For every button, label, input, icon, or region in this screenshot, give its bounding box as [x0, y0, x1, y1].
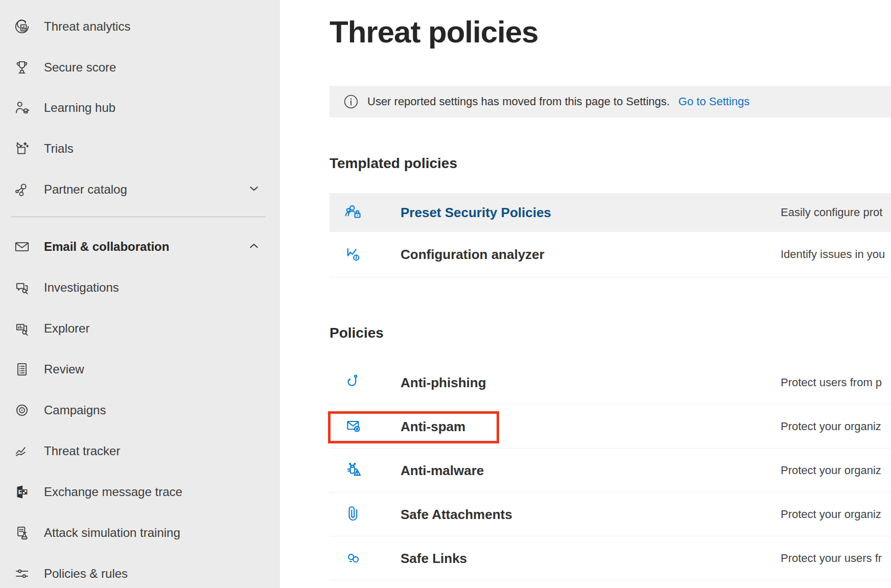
- safe-attachments-icon: [343, 504, 365, 525]
- chevron-down-icon[interactable]: [248, 183, 260, 196]
- sidebar-item-attack-simulation-training[interactable]: Attack simulation training: [0, 512, 280, 553]
- configuration-analyzer-icon: [343, 244, 365, 265]
- policy-row-preset-security-policies[interactable]: Preset Security Policies Easily configur…: [330, 193, 891, 232]
- anti-phishing-icon: [343, 372, 365, 393]
- sidebar-item-policies-rules[interactable]: Policies & rules: [0, 553, 280, 588]
- sidebar-item-label: Investigations: [44, 280, 119, 295]
- banner-message: User reported settings has moved from th…: [367, 95, 670, 108]
- left-navigation-sidebar: Threat analytics Secure score Learning h…: [0, 0, 280, 588]
- policy-row-label: Safe Links: [401, 550, 467, 566]
- policy-row-description: Protect your organiz: [781, 508, 881, 521]
- sidebar-item-label: Explorer: [44, 321, 89, 336]
- page-title: Threat policies: [330, 14, 538, 50]
- info-icon: [343, 94, 359, 109]
- go-to-settings-link[interactable]: Go to Settings: [678, 95, 749, 108]
- policy-row-label: Anti-malware: [401, 462, 484, 478]
- attack-simulation-training-icon: [12, 524, 32, 542]
- policies-rules-icon: [12, 565, 32, 582]
- policy-row-anti-malware[interactable]: Anti-malware Protect your organiz: [330, 449, 891, 492]
- sidebar-item-label: Review: [44, 362, 84, 377]
- policy-row-label: Preset Security Policies: [401, 205, 551, 221]
- policy-row-description: Protect your organiz: [781, 420, 881, 433]
- sidebar-item-explorer[interactable]: Explorer: [0, 308, 280, 349]
- anti-malware-icon: [343, 460, 365, 481]
- threat-analytics-icon: [12, 18, 32, 35]
- svg-text:E: E: [18, 488, 22, 495]
- campaigns-icon: [12, 402, 32, 419]
- policy-row-description: Protect your users fr: [781, 552, 882, 565]
- main-content: Threat policies User reported settings h…: [280, 0, 891, 588]
- sidebar-item-learning-hub[interactable]: Learning hub: [0, 87, 280, 128]
- sidebar-item-label: Threat analytics: [44, 19, 130, 34]
- policy-row-anti-spam[interactable]: Anti-spam Protect your organiz: [330, 405, 891, 449]
- preset-security-policies-icon: [343, 202, 365, 223]
- policy-row-label: Safe Attachments: [401, 506, 512, 522]
- sidebar-item-label: Trials: [44, 142, 74, 156]
- sidebar-section-divider: [11, 217, 266, 217]
- sidebar-item-exchange-message-trace[interactable]: E Exchange message trace: [0, 472, 280, 512]
- sidebar-item-email-collaboration[interactable]: Email & collaboration: [0, 226, 280, 267]
- anti-spam-icon: [343, 416, 365, 437]
- secure-score-icon: [12, 59, 32, 76]
- trials-icon: [12, 140, 32, 157]
- info-banner: User reported settings has moved from th…: [330, 86, 891, 117]
- partner-catalog-icon: [12, 181, 32, 198]
- sidebar-item-label: Learning hub: [44, 101, 115, 115]
- policy-row-safe-attachments[interactable]: Safe Attachments Protect your organiz: [330, 492, 891, 536]
- policy-row-label: Anti-phishing: [401, 374, 486, 390]
- sidebar-item-label: Policies & rules: [44, 567, 128, 581]
- email-collaboration-icon: [12, 238, 32, 255]
- threat-tracker-icon: [12, 442, 32, 460]
- policy-row-configuration-analyzer[interactable]: Configuration analyzer Identify issues i…: [330, 232, 891, 277]
- policy-row-label: Configuration analyzer: [401, 247, 545, 263]
- sidebar-item-label: Partner catalog: [44, 182, 127, 197]
- threat-policies-screen: Threat analytics Secure score Learning h…: [0, 0, 891, 588]
- review-icon: [12, 361, 32, 378]
- sidebar-item-label: Threat tracker: [44, 444, 120, 458]
- policy-row-description: Protect your organiz: [781, 464, 881, 477]
- sidebar-item-threat-tracker[interactable]: Threat tracker: [0, 431, 280, 472]
- sidebar-item-campaigns[interactable]: Campaigns: [0, 390, 280, 431]
- policy-row-description: Protect users from p: [781, 376, 882, 389]
- sidebar-item-label: Attack simulation training: [44, 526, 180, 540]
- policies-heading: Policies: [330, 325, 384, 341]
- sidebar-item-review[interactable]: Review: [0, 349, 280, 390]
- policy-row-label: Anti-spam: [401, 418, 465, 434]
- templated-policies-table: Preset Security Policies Easily configur…: [330, 193, 891, 277]
- learning-hub-icon: [12, 99, 32, 116]
- sidebar-item-partner-catalog[interactable]: Partner catalog: [0, 169, 280, 210]
- sidebar-item-secure-score[interactable]: Secure score: [0, 47, 280, 88]
- exchange-message-trace-icon: E: [12, 483, 32, 501]
- sidebar-item-label: Email & collaboration: [44, 240, 169, 254]
- policy-row-description: Identify issues in you: [781, 248, 885, 261]
- investigations-icon: [12, 279, 32, 296]
- sidebar-item-trials[interactable]: Trials: [0, 128, 280, 169]
- sidebar-item-label: Exchange message trace: [44, 485, 182, 499]
- safe-links-icon: [343, 548, 365, 569]
- explorer-icon: [12, 320, 32, 337]
- policies-table: Anti-phishing Protect users from p Anti-…: [330, 361, 891, 580]
- chevron-up-icon[interactable]: [248, 240, 260, 253]
- sidebar-item-label: Campaigns: [44, 403, 106, 417]
- templated-policies-heading: Templated policies: [330, 155, 457, 172]
- sidebar-item-threat-analytics[interactable]: Threat analytics: [0, 6, 280, 47]
- sidebar-item-investigations[interactable]: Investigations: [0, 267, 280, 308]
- policy-row-safe-links[interactable]: Safe Links Protect your users fr: [330, 536, 891, 580]
- policy-row-anti-phishing[interactable]: Anti-phishing Protect users from p: [330, 361, 891, 405]
- sidebar-item-label: Secure score: [44, 60, 116, 75]
- policy-row-description: Easily configure prot: [781, 206, 882, 219]
